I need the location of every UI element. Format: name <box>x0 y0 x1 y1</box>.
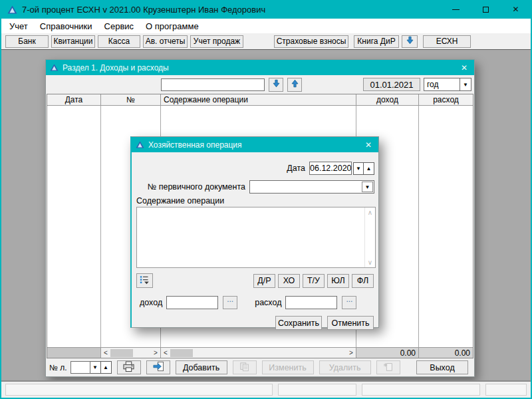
scrollbar-thumb[interactable] <box>110 349 133 357</box>
col-header-date[interactable]: Дата <box>47 94 101 106</box>
doc-number-select[interactable]: ▼ <box>249 180 374 194</box>
menu-servis[interactable]: Сервис <box>98 20 140 33</box>
table-body-date-column[interactable] <box>47 106 101 347</box>
content-field-wrap: ∧ ∨ <box>136 207 376 268</box>
page-spin-up-icon[interactable]: ▲ <box>101 361 112 374</box>
content-vscrollbar[interactable]: ∧ ∨ <box>364 207 375 267</box>
delete-button[interactable]: Удалить <box>319 360 371 374</box>
scrollbar-thumb[interactable] <box>170 349 193 357</box>
income-picker-button[interactable]: ... <box>223 296 237 309</box>
page-spin-down-icon[interactable]: ▼ <box>90 361 101 374</box>
printer-icon <box>122 361 135 374</box>
section1-footer: № л. ▼ ▲ Добавить <box>46 358 474 376</box>
scroll-right-icon[interactable]: > <box>151 348 160 358</box>
col-header-content[interactable]: Содержание операции <box>161 94 356 106</box>
operation-list-button[interactable] <box>136 273 153 288</box>
dialog-titlebar: Хозяйственная операция ✕ <box>132 137 378 152</box>
period-select[interactable]: год ▼ <box>424 78 471 91</box>
toolbar-kvitancii-button[interactable]: Квитанции <box>51 35 95 48</box>
scroll-up-icon[interactable]: ∧ <box>365 207 375 217</box>
blue-up-arrow-icon <box>291 79 299 90</box>
mdi-workspace: Раздел 1. Доходы и расходы ✕ 01.01.2021 <box>1 49 531 380</box>
table-body-expense-column[interactable] <box>419 106 473 347</box>
titlebar: 7-ой процент ЕСХН v 2021.00 Крузенштерн … <box>1 0 531 19</box>
expense-input[interactable] <box>285 296 337 309</box>
maximize-button[interactable] <box>471 0 501 19</box>
col-header-number[interactable]: № <box>101 94 161 106</box>
blue-down-arrow-icon <box>272 79 281 90</box>
copy-button[interactable] <box>233 360 257 374</box>
statusbar <box>1 380 531 398</box>
toolbar-strahovye-vznosy-button[interactable]: Страховые взносы <box>274 35 348 48</box>
date-input[interactable] <box>309 162 352 175</box>
type-dr-button[interactable]: Д/Р <box>253 274 275 288</box>
exit-button[interactable]: Выход <box>416 360 468 374</box>
section1-title: Раздел 1. Доходы и расходы <box>63 63 169 72</box>
scroll-left-icon[interactable]: < <box>101 348 110 358</box>
import-button[interactable] <box>146 360 170 374</box>
window-title: 7-ой процент ЕСХН v 2021.00 Крузенштерн … <box>22 5 265 15</box>
type-yul-button[interactable]: ЮЛ <box>327 274 349 288</box>
search-down-button[interactable] <box>269 78 283 92</box>
content-textarea[interactable] <box>137 207 364 267</box>
chevron-down-icon[interactable]: ▼ <box>362 182 373 192</box>
cancel-button[interactable]: Отменить <box>327 316 374 330</box>
period-date-button[interactable]: 01.01.2021 <box>363 78 420 91</box>
menu-uchet[interactable]: Учет <box>3 20 34 33</box>
content-label: Содержание операции <box>136 196 224 205</box>
type-fl-button[interactable]: ФЛ <box>352 274 374 288</box>
minimize-button[interactable] <box>441 0 471 19</box>
scroll-down-icon[interactable]: ∨ <box>365 257 375 267</box>
expense-picker-button[interactable]: ... <box>342 296 356 309</box>
type-tu-button[interactable]: Т/У <box>303 274 325 288</box>
copy-pages-icon <box>239 362 250 374</box>
section1-triangle-icon <box>50 64 59 71</box>
dialog-triangle-icon <box>136 141 144 148</box>
toolbar-uchet-prodazh-button[interactable]: Учет продаж <box>190 35 243 48</box>
col-header-income[interactable]: доход <box>356 94 419 106</box>
period-select-value: год <box>424 80 460 89</box>
number-column-hscrollbar[interactable]: < > <box>101 347 161 358</box>
close-button[interactable]: ✕ <box>501 0 531 19</box>
toolbar-download-button[interactable] <box>402 35 418 48</box>
add-button[interactable]: Добавить <box>176 360 227 374</box>
page-number-input[interactable] <box>70 361 90 374</box>
toolbar-bank-button[interactable]: Банк <box>5 35 49 48</box>
maximize-icon <box>483 7 489 13</box>
dialog-body: Дата ▼ ▲ № первичного документа ▼ Содерж… <box>132 152 378 327</box>
dialog-close-button[interactable]: ✕ <box>358 140 378 150</box>
type-ho-button[interactable]: ХО <box>278 274 300 288</box>
save-button[interactable]: Сохранить <box>275 316 322 330</box>
section1-close-button[interactable]: ✕ <box>454 63 474 72</box>
doc-number-value <box>250 181 361 193</box>
expense-label: расход <box>255 298 281 307</box>
income-input[interactable] <box>166 296 218 309</box>
col-header-expense[interactable]: расход <box>419 94 473 106</box>
toolbar-kassa-button[interactable]: Касса <box>98 35 140 48</box>
toolbar-av-otchety-button[interactable]: Ав. отчеты <box>143 35 188 48</box>
scroll-right-icon[interactable]: > <box>346 348 356 358</box>
date-spin-up-icon[interactable]: ▲ <box>364 162 374 175</box>
income-label: доход <box>140 298 162 307</box>
expense-total: 0.00 <box>419 347 473 358</box>
menu-o-programme[interactable]: О программе <box>140 20 205 33</box>
search-input[interactable] <box>161 78 265 91</box>
doc-number-label: № первичного документа <box>148 182 245 192</box>
toolbar-kniga-dir-button[interactable]: Книга ДиР <box>354 35 399 48</box>
content-column-hscrollbar[interactable]: < > <box>161 347 356 358</box>
import-document-icon <box>152 361 164 374</box>
search-up-button[interactable] <box>287 78 302 92</box>
app-window: 7-ой процент ЕСХН v 2021.00 Крузенштерн … <box>0 0 532 399</box>
date-spin-down-icon[interactable]: ▼ <box>353 162 364 175</box>
status-panel-1 <box>5 384 273 396</box>
scroll-left-icon[interactable]: < <box>161 348 170 358</box>
print-button[interactable] <box>117 360 141 374</box>
blue-down-arrow-icon <box>406 36 414 47</box>
status-panel-3 <box>362 384 480 396</box>
menu-spravochniki[interactable]: Справочники <box>34 20 98 33</box>
new-from-template-button[interactable] <box>376 360 400 374</box>
toolbar-eshn-button[interactable]: ЕСХН <box>423 35 471 48</box>
document-sparkle-icon <box>383 362 394 374</box>
edit-button[interactable]: Изменить <box>262 360 314 374</box>
chevron-down-icon[interactable]: ▼ <box>460 78 471 90</box>
